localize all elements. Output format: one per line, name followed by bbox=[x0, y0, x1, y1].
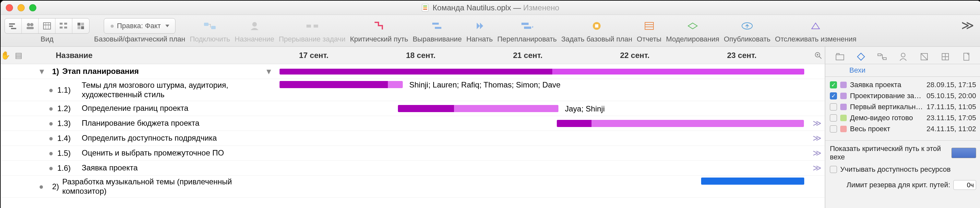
milestone-list: ✓Заявка проекта28.09.15, 17:15 ✓Проектир… bbox=[825, 77, 980, 138]
task-row[interactable]: ● 1.5) Оценить и выбрать промежуточное П… bbox=[1, 146, 825, 161]
task-row[interactable]: ● 1.4) Определить доступность подрядчика… bbox=[1, 131, 825, 146]
split-label: Прерывание задачи bbox=[279, 35, 345, 43]
milestone-label: Проектирование завершено bbox=[850, 92, 923, 100]
task-title: Темы для мозгового штурма, аудитория, ху… bbox=[82, 81, 257, 100]
set-baseline-icon[interactable] bbox=[587, 18, 606, 34]
checkbox-icon[interactable]: ✓ bbox=[830, 92, 837, 100]
gantt-bar[interactable] bbox=[557, 120, 804, 127]
view-calendar-icon[interactable] bbox=[38, 19, 56, 33]
slack-input[interactable] bbox=[953, 180, 976, 190]
tab-styles-icon[interactable] bbox=[917, 49, 931, 64]
level-icon[interactable] bbox=[427, 18, 447, 34]
task-number: 1.4) bbox=[51, 134, 71, 143]
svg-rect-13 bbox=[64, 27, 67, 29]
task-row[interactable]: ● 1.2) Определение границ проекта Jaya; … bbox=[1, 101, 825, 116]
critical-path-label: Показать критический путь к этой вехе bbox=[830, 144, 948, 161]
window-controls bbox=[6, 4, 36, 11]
toolbar-overflow-icon[interactable]: ≫ bbox=[961, 18, 977, 32]
document-icon bbox=[422, 4, 428, 12]
milestone-row[interactable]: Демо-видео готово23.11.15, 17:05 bbox=[830, 113, 976, 124]
task-row[interactable]: ● 1.3) Планирование бюджета проекта ≫ bbox=[1, 116, 825, 131]
tab-custom-icon[interactable] bbox=[938, 49, 953, 64]
svg-rect-11 bbox=[64, 23, 67, 25]
checkbox-icon[interactable]: ✓ bbox=[830, 81, 837, 89]
task-row[interactable]: ● 1.1) Темы для мозгового штурма, аудито… bbox=[1, 79, 825, 101]
name-column-header[interactable]: Название bbox=[56, 51, 92, 60]
view-segment[interactable] bbox=[5, 18, 89, 34]
view-gantt-icon[interactable] bbox=[5, 19, 22, 33]
catchup-icon[interactable] bbox=[470, 18, 489, 34]
task-title: Планирование бюджета проекта bbox=[82, 119, 199, 128]
gantt-bar[interactable] bbox=[398, 105, 558, 112]
track-icon[interactable] bbox=[806, 18, 825, 34]
level-label: Выравнивание bbox=[412, 35, 461, 43]
gantt-bar[interactable] bbox=[280, 81, 403, 88]
svg-rect-0 bbox=[9, 23, 15, 25]
color-chip bbox=[840, 93, 847, 99]
gantt-grid[interactable]: ▼ 1) Этап планирования ▼ ● 1.1) Темы для… bbox=[1, 64, 825, 208]
task-row[interactable]: ▼ 1) Этап планирования ▼ bbox=[1, 64, 825, 79]
tab-attachments-icon[interactable] bbox=[959, 49, 974, 64]
milestone-row[interactable]: Первый вертикальный сре…17.11.15, 11:05 bbox=[830, 102, 976, 113]
view-styles-icon[interactable] bbox=[72, 19, 89, 33]
milestone-row[interactable]: ✓Проектирование завершено05.10.15, 20:00 bbox=[830, 91, 976, 102]
svg-rect-10 bbox=[60, 23, 63, 25]
assignee-label: Shinji; Lauren; Rafiq; Thomas; Simon; Da… bbox=[409, 80, 560, 89]
tab-dependencies-icon[interactable] bbox=[875, 49, 889, 64]
checkbox-icon[interactable] bbox=[830, 166, 837, 173]
gantt-bar[interactable] bbox=[701, 178, 804, 185]
tab-resources-icon[interactable] bbox=[896, 49, 910, 64]
svg-rect-25 bbox=[522, 23, 528, 25]
task-row[interactable]: ● 1.6) Заявка проекта ≫ bbox=[1, 161, 825, 176]
connect-icon[interactable] bbox=[200, 18, 220, 34]
assignee-label: Jaya; Shinji bbox=[565, 104, 605, 113]
svg-rect-16 bbox=[78, 26, 80, 29]
zoom-icon[interactable] bbox=[814, 51, 822, 59]
split-icon[interactable] bbox=[302, 18, 322, 34]
sim-icon[interactable] bbox=[683, 18, 702, 34]
row-disclosure-icon[interactable]: ▼ bbox=[265, 67, 273, 76]
reports-icon[interactable] bbox=[640, 18, 659, 34]
date-header: 22 сент. bbox=[620, 51, 649, 60]
task-title: Определение границ проекта bbox=[82, 104, 188, 113]
checkbox-icon[interactable] bbox=[830, 125, 837, 132]
zoom-icon[interactable] bbox=[29, 4, 36, 11]
slack-label: Лимит резерва для крит. путей: bbox=[830, 181, 950, 189]
svg-point-41 bbox=[901, 53, 905, 57]
color-chip bbox=[840, 104, 847, 110]
reschedule-icon[interactable] bbox=[517, 18, 537, 34]
checkbox-icon[interactable] bbox=[830, 103, 837, 111]
set-baseline-label: Задать базовый план bbox=[562, 35, 632, 43]
task-row[interactable]: ● 2) Разработка музыкальной темы (привле… bbox=[1, 176, 825, 198]
color-chip bbox=[840, 115, 847, 121]
publish-icon[interactable] bbox=[737, 18, 757, 34]
baseline-select[interactable]: ● Правка: Факт bbox=[104, 18, 175, 34]
svg-rect-18 bbox=[204, 23, 208, 26]
critical-path-icon[interactable] bbox=[369, 18, 389, 34]
catchup-label: Нагнать bbox=[466, 35, 493, 43]
assign-icon[interactable] bbox=[245, 18, 264, 34]
svg-rect-17 bbox=[81, 26, 84, 29]
flag-column-icon[interactable]: ✋ bbox=[1, 51, 10, 60]
reports-label: Отчеты bbox=[637, 35, 662, 43]
date-header: 21 сент. bbox=[513, 51, 542, 60]
gantt-bar[interactable] bbox=[280, 69, 804, 75]
close-icon[interactable] bbox=[6, 4, 13, 11]
checkbox-icon[interactable] bbox=[830, 114, 837, 122]
titlebar: Команда Nautilus.oplx — Изменено bbox=[1, 1, 980, 15]
track-label: Отслеживать изменения bbox=[775, 35, 856, 43]
svg-rect-1 bbox=[9, 25, 13, 27]
view-network-icon[interactable] bbox=[56, 19, 72, 33]
milestone-date: 28.09.15, 17:15 bbox=[926, 81, 976, 89]
milestone-row[interactable]: Весь проект24.11.15, 11:02 bbox=[830, 124, 976, 135]
color-well[interactable] bbox=[951, 148, 976, 158]
task-title: Оценить и выбрать промежуточное ПО bbox=[82, 148, 224, 158]
tab-project-icon[interactable] bbox=[833, 49, 847, 64]
svg-rect-21 bbox=[307, 25, 311, 27]
svg-rect-12 bbox=[60, 27, 63, 29]
milestone-row[interactable]: ✓Заявка проекта28.09.15, 17:15 bbox=[830, 79, 976, 91]
minimize-icon[interactable] bbox=[18, 4, 25, 11]
note-column-icon[interactable]: ▤ bbox=[14, 51, 23, 60]
tab-milestones-icon[interactable] bbox=[854, 49, 868, 64]
view-resources-icon[interactable] bbox=[22, 19, 38, 33]
